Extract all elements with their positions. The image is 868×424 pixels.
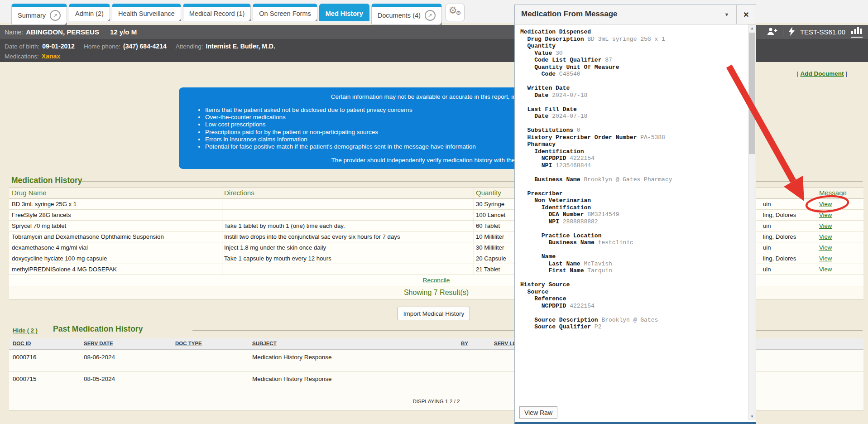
modal-line [520,309,748,317]
modal-close-button[interactable]: × [736,5,756,24]
modal-line: Business Name testclinic [520,239,748,246]
import-medical-history-button[interactable]: Import Medical History [398,307,470,320]
field-value: P2 [595,323,602,330]
field-value: McTavish [584,260,612,267]
modal-line: Pharmacy [520,141,748,148]
column-divider [818,187,818,275]
tab-label: On Screen Forms [259,10,311,17]
medications-value[interactable]: Xanax [42,53,60,60]
modal-title-bar: Medication From Message ▼ × [515,5,756,24]
gear-icon: ⚙ [456,10,461,16]
modal-line: Name [520,253,748,260]
field-label: Pharmacy [528,141,556,148]
tab-on-screen-forms[interactable]: On Screen Forms [253,4,317,21]
modal-scrollbar[interactable]: ▲ ▼ [748,24,756,420]
add-user-button[interactable] [767,27,777,38]
modal-line: Substitutions 0 [520,127,748,134]
divider [783,28,783,36]
pipe-separator: | [845,70,847,77]
add-document-link[interactable]: Add Document [800,70,844,77]
field-value: PA-5388 [640,134,665,141]
drug-name-cell: methylPREDNISolone 4 MG DOSEPAK [12,266,117,273]
view-message-link[interactable]: View [819,201,832,207]
field-label: Practice Location [542,232,602,239]
field-label: Medication Dispensed [520,29,591,35]
medication-history-title: Medication History [11,176,82,185]
past-medication-history-title: Past Medication History [53,324,143,334]
settings-button[interactable]: ⚙ ⚙ [446,4,465,21]
hide-past-history-link[interactable]: Hide ( 2 ) [13,327,38,334]
field-label: Source Description [534,317,598,323]
tab-medical-record-1-[interactable]: Medical Record (1) [183,4,251,21]
modal-line [520,78,748,85]
field-label: Quantity Unit Of Measure [534,64,619,71]
home-phone-value: (347) 684-4214 [123,43,167,50]
modal-line: NPI 1235468844 [520,162,748,169]
field-value: BM3214549 [587,211,619,218]
scroll-up-arrow[interactable]: ▲ [748,24,756,32]
patient-age-sex: 12 y/o M [110,28,137,36]
modal-line: Identification [520,148,748,155]
view-message-link[interactable]: View [819,233,832,240]
field-label: Business Name [534,176,580,183]
modal-line [520,169,748,176]
field-label: Date [534,113,548,120]
view-message-link[interactable]: View [819,244,832,251]
tab-admin-2-[interactable]: Admin (2) [69,4,110,21]
patient-name: ABINGDON, PERSEUS [26,28,99,36]
scrollbar-thumb[interactable] [749,33,755,154]
column-header-directions: Directions [224,189,254,197]
field-label: Last Name [548,260,580,267]
header-toolbar: TEST-SS61.00 [767,25,863,39]
external-link-icon[interactable]: ↗ [50,10,61,21]
field-label: Prescriber [528,190,563,197]
field-value: 4222154 [570,155,595,162]
modal-dropdown-button[interactable]: ▼ [717,5,736,24]
serv-date-cell: 08-06-2024 [84,354,115,361]
partially-hidden-cell: ling, Dolores [763,255,796,262]
field-label: Value [534,50,552,57]
add-document-row: |Add Document| [797,70,847,77]
tab-label: Med History [326,10,363,17]
field-label: Substitutions [528,127,573,134]
modal-line: Business Name Brooklyn @ Gates Pharmacy [520,176,748,183]
modal-line: Reference [520,295,748,303]
home-phone-label: Home phone: [84,43,120,50]
modal-line: Source Description Brooklyn @ Gates [520,317,748,324]
reconcile-link[interactable]: Reconcile [423,277,450,284]
modal-line: DEA Number BM3214549 [520,211,748,218]
scroll-down-arrow[interactable]: ▼ [748,413,756,420]
quantity-cell: 60 Tablet [476,222,500,229]
past-column-header-subject: SUBJECT [252,341,277,346]
field-label: History Prescriber Order Number [528,134,637,141]
view-message-link[interactable]: View [819,212,832,218]
subject-cell: Medication History Response [252,376,332,382]
tab-med-history[interactable]: Med History [319,4,369,21]
field-label: DEA Number [548,211,584,218]
external-link-icon[interactable]: ↗ [425,10,436,21]
tab-summary[interactable]: Summary↗ [11,4,67,25]
result-count: Showing 7 Result(s) [404,289,469,297]
view-message-link[interactable]: View [819,222,832,229]
modal-line [520,120,748,127]
quantity-cell: 21 Tablet [476,266,500,273]
flash-icon[interactable] [789,27,795,38]
view-raw-button[interactable]: View Raw [519,406,557,419]
column-header-drug-name: Drug Name [12,189,47,197]
field-label: Identification [534,148,584,155]
modal-line: First Name Tarquin [520,267,748,275]
stats-chart-button[interactable] [851,27,863,38]
modal-line: Non Veterinarian [520,197,748,204]
directions-cell: Take 1 capsule by mouth every 12 hours [224,255,331,262]
field-value: 30 [556,50,563,57]
tab-documents-4-[interactable]: Documents (4)↗ [371,4,442,25]
field-value: Tarquin [587,267,612,274]
attending-label: Attending: [176,43,203,50]
medications-label: Medications: [5,53,39,60]
view-message-link[interactable]: View [819,255,832,262]
past-column-header-by: BY [461,341,468,346]
modal-line: Date 2024-07-18 [520,92,748,99]
view-message-link[interactable]: View [819,266,832,273]
tab-health-surveillance[interactable]: Health Surveillance [112,4,181,21]
field-label: Last Fill Date [528,106,577,113]
